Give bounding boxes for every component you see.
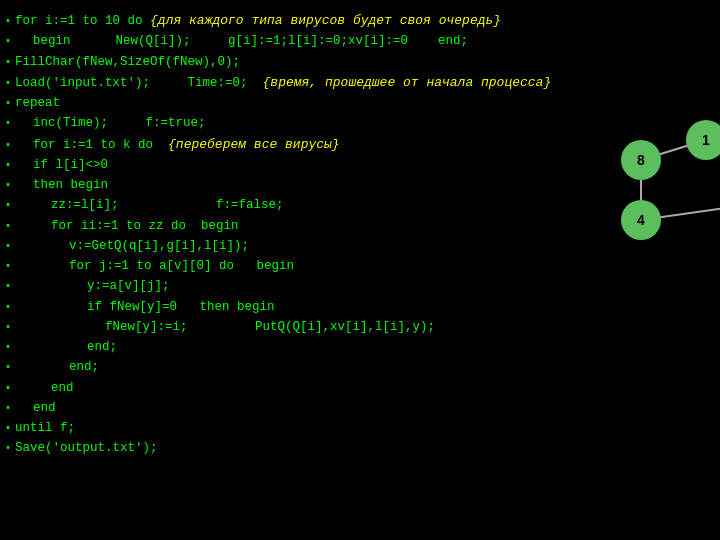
code-line: •Save('output.txt'); [5,438,551,458]
code-text: for ii:=1 to zz do begin [51,216,239,236]
bullet-icon: • [5,94,11,112]
code-text: then begin [33,175,108,195]
code-line: •y:=a[v][j]; [5,276,551,296]
code-text: if l[i]<>0 [33,155,108,175]
bullet-icon: • [5,237,11,255]
bullet-icon: • [5,12,11,30]
bullet-icon: • [5,419,11,437]
code-line: •FillChar(fNew,SizeOf(fNew),0); [5,52,551,72]
code-text: FillChar(fNew,SizeOf(fNew),0); [15,52,240,72]
bullet-icon: • [5,156,11,174]
bullet-icon: • [5,176,11,194]
bullet-icon: • [5,74,11,92]
code-text: until f; [15,418,75,438]
code-text: for j:=1 to a[v][0] do begin [69,256,294,276]
bullet-icon: • [5,217,11,235]
code-line: •repeat [5,93,551,113]
graph-node-label: 4 [637,212,645,228]
code-line: •end [5,398,551,418]
bullet-icon: • [5,439,11,457]
code-line: •if l[i]<>0 [5,155,551,175]
code-line: •begin New(Q[i]); g[i]:=1;l[i]:=0;xv[i]:… [5,31,551,51]
bullet-icon: • [5,379,11,397]
bullet-icon: • [5,298,11,316]
code-line: •then begin [5,175,551,195]
code-text: zz:=l[i]; f:=false; [51,195,284,215]
code-line: •for i:=1 to 10 do {для каждого типа вир… [5,10,551,31]
code-line: •for i:=1 to k do {переберем все вирусы} [5,134,551,155]
code-text: begin New(Q[i]); g[i]:=1;l[i]:=0;xv[i]:=… [33,31,468,51]
graph-node: 4 [621,200,661,240]
code-line: •end; [5,337,551,357]
code-text: Save('output.txt'); [15,438,158,458]
code-line: •for ii:=1 to zz do begin [5,216,551,236]
code-section: •for i:=1 to 10 do {для каждого типа вир… [0,0,561,540]
bullet-icon: • [5,318,11,336]
code-text: end; [69,357,99,377]
bullet-icon: • [5,277,11,295]
code-text: end; [87,337,117,357]
graph-svg: 84123465 [561,0,720,320]
code-text: inc(Time); f:=true; [33,113,206,133]
code-text: fNew[y]:=i; PutQ(Q[i],xv[i],l[i],y); [105,317,435,337]
code-line: •end; [5,357,551,377]
bullet-icon: • [5,358,11,376]
bullet-icon: • [5,196,11,214]
graph-section: 84123465 [561,0,720,540]
code-line: •v:=GetQ(q[i],g[i],l[i]); [5,236,551,256]
code-text: for i:=1 to k do [33,135,168,155]
code-line: •for j:=1 to a[v][0] do begin [5,256,551,276]
comment-text: {время, прошедшее от начала процесса} [263,72,552,93]
comment-text: {переберем все вирусы} [168,134,340,155]
code-text: Load('input.txt'); Time:=0; [15,73,263,93]
main-container: •for i:=1 to 10 do {для каждого типа вир… [0,0,720,540]
bullet-icon: • [5,114,11,132]
code-line: •if fNew[y]=0 then begin [5,297,551,317]
code-text: if fNew[y]=0 then begin [87,297,275,317]
code-line: •Load('input.txt'); Time:=0; {время, про… [5,72,551,93]
graph-node-label: 8 [637,152,645,168]
graph-node-label: 1 [702,132,710,148]
code-text: end [33,398,56,418]
code-text: repeat [15,93,60,113]
code-line: •zz:=l[i]; f:=false; [5,195,551,215]
bullet-icon: • [5,53,11,71]
comment-text: {для каждого типа вирусов будет своя оче… [150,10,501,31]
bullet-icon: • [5,399,11,417]
code-text: end [51,378,74,398]
code-text: y:=a[v][j]; [87,276,170,296]
bullet-icon: • [5,257,11,275]
bullet-icon: • [5,32,11,50]
graph-node: 1 [686,120,720,160]
code-text: v:=GetQ(q[i],g[i],l[i]); [69,236,249,256]
code-line: •fNew[y]:=i; PutQ(Q[i],xv[i],l[i],y); [5,317,551,337]
bullet-icon: • [5,136,11,154]
code-line: •inc(Time); f:=true; [5,113,551,133]
code-text: for i:=1 to 10 do [15,11,150,31]
graph-node: 8 [621,140,661,180]
code-line: •until f; [5,418,551,438]
bullet-icon: • [5,338,11,356]
code-line: •end [5,378,551,398]
